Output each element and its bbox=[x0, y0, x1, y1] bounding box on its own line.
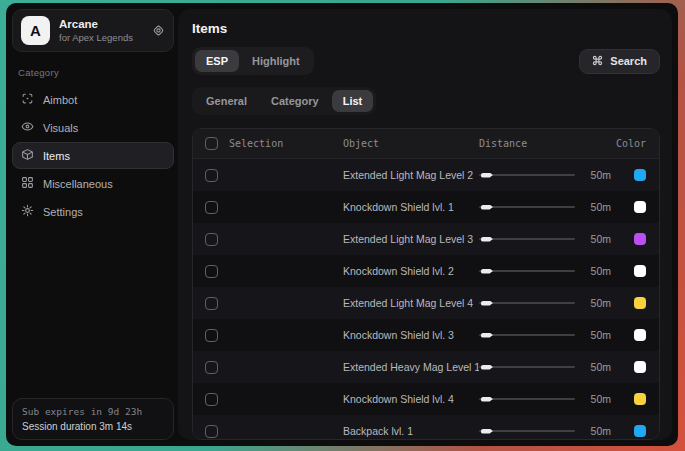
distance-slider[interactable] bbox=[479, 329, 575, 341]
distance-value: 50m bbox=[583, 425, 611, 437]
row-checkbox[interactable] bbox=[205, 329, 218, 342]
app-title: Arcane bbox=[59, 18, 143, 30]
app-header-card: A Arcane for Apex Legends bbox=[12, 9, 174, 52]
color-swatch[interactable] bbox=[634, 393, 646, 405]
tab-highlight[interactable]: Highlight bbox=[241, 50, 311, 72]
color-swatch[interactable] bbox=[634, 361, 646, 373]
distance-value: 50m bbox=[583, 297, 611, 309]
mode-tabs: ESP Highlight bbox=[192, 47, 314, 75]
app-badge-icon[interactable] bbox=[152, 24, 165, 37]
tab-general[interactable]: General bbox=[195, 90, 258, 112]
table-body: Extended Light Mag Level 2 50m bbox=[193, 159, 659, 440]
distance-value: 50m bbox=[583, 393, 611, 405]
distance-value: 50m bbox=[583, 169, 611, 181]
slider-track bbox=[479, 398, 575, 400]
sidebar-item-label: Settings bbox=[43, 206, 83, 218]
sidebar-item-items[interactable]: Items bbox=[12, 142, 174, 169]
distance-value: 50m bbox=[583, 361, 611, 373]
sidebar-item-label: Items bbox=[43, 150, 70, 162]
distance-slider[interactable] bbox=[479, 297, 575, 309]
distance-value: 50m bbox=[583, 329, 611, 341]
object-name: Knockdown Shield lvl. 2 bbox=[343, 265, 479, 277]
color-swatch[interactable] bbox=[634, 297, 646, 309]
color-swatch[interactable] bbox=[634, 425, 646, 437]
table-row: Extended Light Mag Level 2 50m bbox=[193, 159, 659, 191]
slider-track bbox=[479, 334, 575, 336]
slider-track bbox=[479, 206, 575, 208]
package-icon bbox=[21, 147, 34, 165]
sidebar-nav: Aimbot Visuals Items bbox=[12, 86, 174, 225]
row-checkbox[interactable] bbox=[205, 297, 218, 310]
row-checkbox[interactable] bbox=[205, 201, 218, 214]
table-row: Knockdown Shield lvl. 3 50m bbox=[193, 319, 659, 351]
app-window: A Arcane for Apex Legends Category Aimbo… bbox=[6, 3, 678, 446]
tab-category[interactable]: Category bbox=[260, 90, 330, 112]
table-row: Extended Heavy Mag Level 1 50m bbox=[193, 351, 659, 383]
color-swatch[interactable] bbox=[634, 329, 646, 341]
grid-icon bbox=[21, 175, 34, 193]
distance-slider[interactable] bbox=[479, 361, 575, 373]
sidebar-item-visuals[interactable]: Visuals bbox=[12, 114, 174, 141]
tab-esp[interactable]: ESP bbox=[195, 50, 239, 72]
app-subtitle: for Apex Legends bbox=[59, 32, 143, 43]
object-name: Extended Light Mag Level 3 bbox=[343, 233, 479, 245]
slider-track bbox=[479, 302, 575, 304]
distance-value: 50m bbox=[583, 233, 611, 245]
tab-list[interactable]: List bbox=[332, 90, 374, 112]
search-label: Search bbox=[610, 55, 647, 67]
slider-track bbox=[479, 270, 575, 272]
distance-value: 50m bbox=[583, 201, 611, 213]
object-name: Knockdown Shield lvl. 1 bbox=[343, 201, 479, 213]
category-label: Category bbox=[18, 67, 168, 78]
row-checkbox[interactable] bbox=[205, 233, 218, 246]
color-swatch[interactable] bbox=[634, 265, 646, 277]
object-name: Extended Light Mag Level 4 bbox=[343, 297, 479, 309]
sidebar-item-miscellaneous[interactable]: Miscellaneous bbox=[12, 170, 174, 197]
search-button[interactable]: Search bbox=[579, 49, 660, 74]
distance-slider[interactable] bbox=[479, 169, 575, 181]
distance-slider[interactable] bbox=[479, 265, 575, 277]
distance-slider[interactable] bbox=[479, 393, 575, 405]
object-name: Extended Light Mag Level 2 bbox=[343, 169, 479, 181]
row-checkbox[interactable] bbox=[205, 265, 218, 278]
color-swatch[interactable] bbox=[634, 233, 646, 245]
subscription-card: Sub expires in 9d 23h Session duration 3… bbox=[12, 398, 174, 440]
table-row: Extended Light Mag Level 3 50m bbox=[193, 223, 659, 255]
row-checkbox[interactable] bbox=[205, 169, 218, 182]
page-title: Items bbox=[192, 21, 660, 36]
sidebar-item-aimbot[interactable]: Aimbot bbox=[12, 86, 174, 113]
session-duration-text: Session duration 3m 14s bbox=[22, 421, 164, 432]
crosshair-icon bbox=[21, 91, 34, 109]
table-row: Backpack lvl. 1 50m bbox=[193, 415, 659, 440]
object-name: Knockdown Shield lvl. 4 bbox=[343, 393, 479, 405]
object-name: Knockdown Shield lvl. 3 bbox=[343, 329, 479, 341]
row-checkbox[interactable] bbox=[205, 361, 218, 374]
table-row: Knockdown Shield lvl. 1 50m bbox=[193, 191, 659, 223]
color-swatch[interactable] bbox=[634, 169, 646, 181]
color-swatch[interactable] bbox=[634, 201, 646, 213]
distance-slider[interactable] bbox=[479, 425, 575, 437]
select-all-checkbox[interactable] bbox=[205, 137, 218, 150]
distance-slider[interactable] bbox=[479, 201, 575, 213]
distance-slider[interactable] bbox=[479, 233, 575, 245]
table-row: Knockdown Shield lvl. 4 50m bbox=[193, 383, 659, 415]
app-meta: Arcane for Apex Legends bbox=[59, 18, 143, 43]
sidebar: A Arcane for Apex Legends Category Aimbo… bbox=[12, 9, 174, 440]
table-row: Extended Light Mag Level 4 50m bbox=[193, 287, 659, 319]
sub-expiry-text: Sub expires in 9d 23h bbox=[22, 406, 164, 417]
gear-icon bbox=[21, 203, 34, 221]
row-checkbox[interactable] bbox=[205, 393, 218, 406]
object-name: Extended Heavy Mag Level 1 bbox=[343, 361, 479, 373]
view-tabs: General Category List bbox=[192, 87, 376, 115]
main-panel: Items ESP Highlight Search General Categ… bbox=[178, 9, 672, 440]
slider-track bbox=[479, 238, 575, 240]
column-object: Object bbox=[343, 138, 479, 149]
app-logo: A bbox=[21, 16, 50, 45]
slider-track bbox=[479, 366, 575, 368]
sidebar-item-settings[interactable]: Settings bbox=[12, 198, 174, 225]
sidebar-item-label: Miscellaneous bbox=[43, 178, 113, 190]
command-icon bbox=[592, 55, 603, 68]
row-checkbox[interactable] bbox=[205, 425, 218, 438]
slider-track bbox=[479, 430, 575, 432]
items-table: Selection Object Distance Color Extended… bbox=[192, 128, 660, 440]
